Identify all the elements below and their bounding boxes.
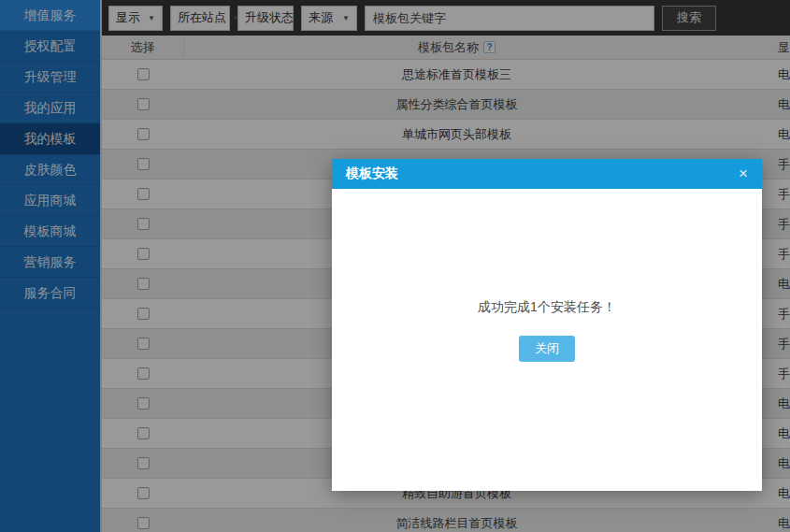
modal-close-button[interactable]: 关闭 bbox=[519, 336, 575, 362]
app-root: 增值服务授权配置升级管理我的应用我的模板皮肤颜色应用商城模板商城营销服务服务合同… bbox=[0, 0, 790, 532]
template-install-modal: 模板安装 × 成功完成1个安装任务！ 关闭 bbox=[332, 159, 762, 491]
modal-message: 成功完成1个安装任务！ bbox=[332, 299, 762, 316]
close-icon[interactable]: × bbox=[739, 159, 748, 189]
modal-body: 成功完成1个安装任务！ 关闭 bbox=[332, 189, 762, 491]
modal-header: 模板安装 × bbox=[332, 159, 762, 189]
modal-title: 模板安装 bbox=[346, 165, 398, 182]
